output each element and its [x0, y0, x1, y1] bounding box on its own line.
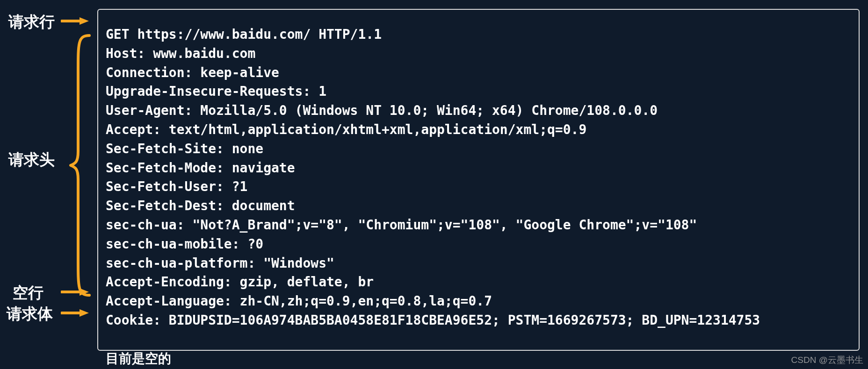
code-header-line: Accept: text/html,application/xhtml+xml,…	[106, 122, 586, 137]
label-blank-line: 空行	[13, 285, 43, 300]
code-header-line: Upgrade-Insecure-Requests: 1	[106, 84, 326, 99]
diagram-canvas: 请求行 请求头 空行 请求体 GET https://www.baidu.com…	[0, 0, 868, 369]
code-header-line: sec-ch-ua: "Not?A_Brand";v="8", "Chromiu…	[106, 217, 697, 233]
code-header-line: sec-ch-ua-mobile: ?0	[106, 236, 263, 252]
code-header-line: Cookie: BIDUPSID=106A974BAB5BA0458E81F18…	[106, 312, 760, 328]
code-header-line: Host: www.baidu.com	[106, 46, 255, 61]
label-request-body: 请求体	[7, 306, 53, 321]
code-header-line: Sec-Fetch-Mode: navigate	[106, 160, 295, 176]
arrow-icon	[61, 16, 89, 26]
code-blank-line	[106, 332, 114, 347]
svg-marker-1	[80, 17, 89, 25]
code-request-line: GET https://www.baidu.com/ HTTP/1.1	[106, 27, 382, 42]
code-header-line: Connection: keep-alive	[106, 65, 279, 80]
code-header-line: Accept-Language: zh-CN,zh;q=0.9,en;q=0.8…	[106, 293, 492, 309]
svg-marker-5	[80, 309, 89, 317]
code-body-note: 目前是空的	[106, 351, 171, 366]
label-request-headers: 请求头	[8, 152, 55, 167]
code-header-line: Sec-Fetch-Site: none	[106, 141, 263, 156]
code-header-line: sec-ch-ua-platform: "Windows"	[106, 255, 334, 271]
http-request-text: GET https://www.baidu.com/ HTTP/1.1 Host…	[106, 25, 760, 368]
code-header-line: Sec-Fetch-User: ?1	[106, 179, 247, 194]
arrow-icon	[61, 308, 89, 318]
code-header-line: User-Agent: Mozilla/5.0 (Windows NT 10.0…	[106, 103, 658, 118]
code-header-line: Sec-Fetch-Dest: document	[106, 198, 295, 213]
brace-icon	[69, 34, 91, 297]
label-request-line: 请求行	[8, 14, 55, 29]
watermark-text: CSDN @云墨书生	[791, 354, 863, 366]
code-header-line: Accept-Encoding: gzip, deflate, br	[106, 274, 374, 290]
